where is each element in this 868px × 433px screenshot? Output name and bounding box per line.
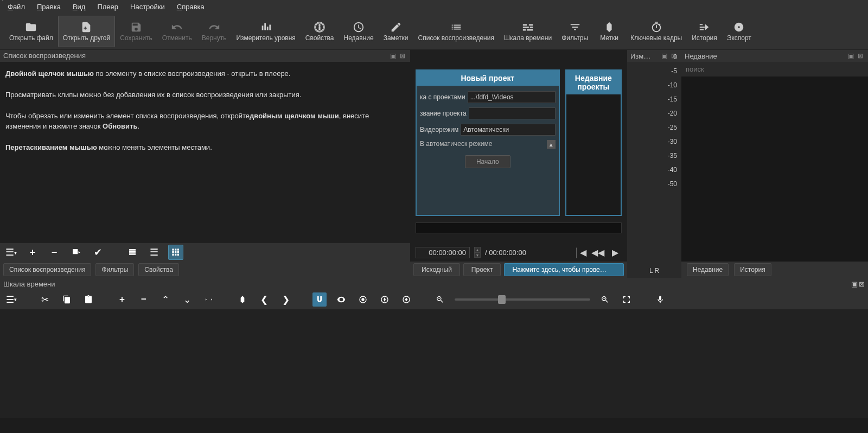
playlist-panel-title: Список воспроизведения ▣ ⊠ — [0, 50, 410, 62]
start-button[interactable]: Начало — [465, 155, 510, 168]
history-button[interactable]: История — [687, 16, 722, 47]
undock-icon[interactable]: ▣ — [851, 280, 858, 288]
save-button[interactable]: Сохранить — [115, 16, 157, 47]
export-button[interactable]: Экспорт — [722, 16, 756, 47]
zoom-fit-icon[interactable] — [620, 292, 634, 307]
equalizer-icon — [260, 21, 272, 33]
cut-icon[interactable]: ✂ — [38, 292, 52, 307]
video-mode-select[interactable]: Автоматически — [461, 124, 555, 136]
undock-icon[interactable]: ▣ — [846, 52, 855, 60]
view-grid-icon[interactable] — [168, 245, 183, 260]
scrub-bar[interactable]: ▼ — [410, 221, 627, 243]
add-icon[interactable]: + — [25, 245, 40, 260]
timeline-button[interactable]: Шкала времени — [499, 16, 557, 47]
svg-rect-5 — [175, 249, 176, 251]
split-icon[interactable] — [202, 292, 216, 307]
close-icon[interactable]: ⊠ — [856, 52, 865, 60]
recent-search-input[interactable] — [681, 62, 868, 77]
undo-button[interactable]: Отменить — [157, 16, 197, 47]
scroll-up-icon[interactable]: ▲ — [547, 140, 556, 149]
open-file-button[interactable]: Открыть файл — [4, 16, 58, 47]
svg-rect-1 — [319, 24, 320, 25]
skip-start-icon[interactable]: │◀ — [574, 246, 587, 259]
copy-icon[interactable] — [60, 292, 74, 307]
remove-icon[interactable]: − — [47, 245, 62, 260]
keyframes-button[interactable]: Ключевые кадры — [626, 16, 687, 47]
filters-button[interactable]: Фильтры — [557, 16, 593, 47]
tab-filters[interactable]: Фильтры — [95, 263, 134, 276]
close-icon[interactable]: ⊠ — [859, 280, 865, 288]
prev-marker-icon[interactable]: ❮ — [257, 292, 271, 307]
list-icon — [450, 21, 462, 33]
click-here-button[interactable]: Нажмите здесь, чтобы прове… — [504, 263, 624, 276]
ripple-icon[interactable] — [356, 292, 370, 307]
undock-icon[interactable]: ▣ — [660, 52, 668, 60]
playlist-button[interactable]: Список воспроизведения — [413, 16, 499, 47]
menu-help[interactable]: Справка — [171, 2, 210, 12]
menu-edit[interactable]: Правка — [31, 2, 66, 12]
project-folder-value[interactable]: ...\fdfd_\Videos — [468, 91, 556, 103]
recent-panel: Недавние ▣ ⊠ Недавние История — [681, 50, 868, 278]
timecode-input[interactable] — [416, 247, 470, 258]
svg-point-14 — [361, 298, 364, 301]
recent-button[interactable]: Недавние — [339, 16, 379, 47]
file-plus-icon — [80, 21, 92, 33]
rewind-icon[interactable]: ◀◀ — [591, 246, 604, 259]
open-other-button[interactable]: Открыть другой — [58, 16, 116, 47]
zoom-in-icon[interactable] — [598, 292, 612, 307]
new-project-panel: Новый проект ка с проектами ...\fdfd_\Vi… — [416, 69, 560, 216]
recent-panel-tabs: Недавние История — [681, 262, 868, 278]
next-marker-icon[interactable]: ❯ — [279, 292, 293, 307]
lift-icon[interactable]: ⌃ — [158, 292, 173, 307]
menu-player[interactable]: Плеер — [92, 2, 124, 12]
new-project-header: Новый проект — [417, 71, 559, 86]
ripple-all-icon[interactable] — [378, 292, 392, 307]
insert-icon[interactable] — [68, 245, 84, 260]
tab-properties[interactable]: Свойства — [138, 263, 179, 276]
properties-button[interactable]: Свойства — [301, 16, 339, 47]
menu-settings[interactable]: Настройки — [125, 2, 170, 12]
update-icon[interactable]: ✔ — [90, 245, 105, 260]
undock-icon[interactable]: ▣ — [388, 52, 397, 60]
menu-icon[interactable]: ☰▾ — [3, 245, 18, 260]
timecode-total: / 00:00:00:00 — [485, 249, 526, 257]
view-list-icon[interactable]: ☰ — [146, 245, 162, 260]
timecode-spinner[interactable]: ▲▼ — [474, 247, 481, 258]
tab-source[interactable]: Исходный — [413, 263, 460, 276]
snap-icon[interactable] — [312, 292, 327, 307]
tab-history[interactable]: История — [734, 263, 771, 276]
scrub-marker-icon: ▼ — [0, 0, 5, 2]
markers-button[interactable]: Метки — [593, 16, 626, 47]
remove-icon[interactable]: − — [137, 292, 151, 307]
tab-project[interactable]: Проект — [463, 263, 501, 276]
append-icon[interactable]: + — [115, 292, 129, 307]
close-icon[interactable]: ⊠ — [398, 52, 407, 60]
project-name-input[interactable] — [469, 107, 556, 119]
zoom-out-icon[interactable] — [433, 292, 447, 307]
level-meter-button[interactable]: Измеритель уровня — [231, 16, 300, 47]
menu-view[interactable]: Вид — [67, 2, 91, 12]
save-icon — [130, 21, 142, 33]
video-mode-label: Видеорежим — [420, 126, 458, 133]
marker-icon[interactable] — [235, 292, 250, 307]
view-details-icon[interactable] — [125, 245, 140, 260]
zoom-slider[interactable] — [455, 298, 590, 301]
playlist-tabs: Список воспроизведения Фильтры Свойства — [0, 262, 410, 278]
mode-description: В автоматическ режиме — [420, 140, 492, 149]
timeline-icon — [522, 21, 534, 33]
play-icon[interactable]: ▶ — [609, 246, 622, 259]
record-audio-icon[interactable] — [653, 292, 667, 307]
notes-button[interactable]: Заметки — [379, 16, 413, 47]
scrub-audio-icon[interactable] — [334, 292, 348, 307]
paste-icon[interactable] — [81, 292, 95, 307]
overwrite-icon[interactable]: ⌄ — [180, 292, 194, 307]
ripple-markers-icon[interactable] — [399, 292, 413, 307]
tab-recent[interactable]: Недавние — [687, 263, 729, 276]
redo-button[interactable]: Вернуть — [197, 16, 232, 47]
viewer-panel: Новый проект ка с проектами ...\fdfd_\Vi… — [410, 50, 627, 278]
menu-file[interactable]: Файл — [2, 2, 30, 12]
svg-rect-7 — [172, 251, 174, 253]
timeline-tracks[interactable] — [0, 309, 868, 418]
tab-playlist[interactable]: Список воспроизведения — [3, 263, 91, 276]
menu-icon[interactable]: ☰▾ — [4, 292, 18, 307]
